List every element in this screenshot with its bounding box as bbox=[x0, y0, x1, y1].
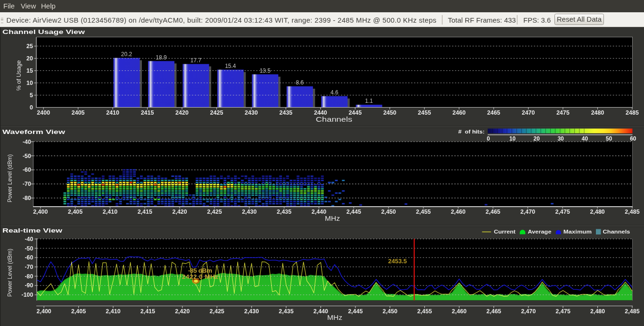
svg-text:-80: -80 bbox=[25, 273, 33, 280]
svg-text:2,440: 2,440 bbox=[312, 209, 326, 215]
svg-text:2,430: 2,430 bbox=[244, 308, 259, 315]
svg-text:15.4: 15.4 bbox=[225, 63, 236, 69]
svg-text:-80: -80 bbox=[23, 195, 31, 201]
svg-text:Waveform View: Waveform View bbox=[2, 128, 66, 135]
svg-text:2,460: 2,460 bbox=[451, 209, 465, 215]
svg-text:2,470: 2,470 bbox=[521, 308, 536, 315]
svg-text:2400: 2400 bbox=[37, 109, 50, 116]
svg-text:2415: 2415 bbox=[141, 109, 154, 116]
svg-text:2,445: 2,445 bbox=[348, 308, 363, 315]
svg-text:2,420: 2,420 bbox=[175, 308, 190, 315]
svg-text:-100: -100 bbox=[21, 292, 33, 298]
svg-text:2,480: 2,480 bbox=[590, 209, 605, 215]
svg-text:2,425: 2,425 bbox=[207, 209, 222, 215]
svg-text:4.6: 4.6 bbox=[330, 89, 339, 96]
svg-text:-90: -90 bbox=[25, 282, 33, 289]
svg-text:2,475: 2,475 bbox=[555, 209, 570, 215]
svg-text:50: 50 bbox=[606, 135, 612, 142]
svg-text:-70: -70 bbox=[23, 181, 31, 187]
svg-text:2,465: 2,465 bbox=[487, 308, 501, 315]
svg-text:40: 40 bbox=[582, 135, 588, 142]
svg-text:2460: 2460 bbox=[453, 109, 466, 116]
svg-text:20: 20 bbox=[533, 135, 540, 142]
svg-text:2,435: 2,435 bbox=[279, 308, 293, 315]
svg-text:8.6: 8.6 bbox=[296, 79, 304, 86]
svg-text:2475: 2475 bbox=[556, 109, 570, 116]
svg-text:2,405: 2,405 bbox=[68, 209, 83, 215]
svg-text:2,470: 2,470 bbox=[520, 209, 535, 215]
svg-text:0: 0 bbox=[30, 104, 33, 111]
svg-text:2,415: 2,415 bbox=[140, 308, 155, 315]
svg-text:Channel Usage View: Channel Usage View bbox=[2, 28, 85, 35]
svg-text:Real-time View: Real-time View bbox=[2, 227, 63, 234]
svg-text:1.1: 1.1 bbox=[365, 98, 373, 104]
svg-text:2435: 2435 bbox=[280, 109, 293, 116]
svg-text:-50: -50 bbox=[23, 153, 31, 159]
svg-text:2,455: 2,455 bbox=[417, 308, 432, 315]
svg-text:2,450: 2,450 bbox=[383, 308, 397, 315]
svg-text:2422.0 MHz: 2422.0 MHz bbox=[182, 273, 218, 280]
svg-text:Power Level (dBm): Power Level (dBm) bbox=[7, 154, 13, 202]
svg-text:2485: 2485 bbox=[626, 109, 639, 116]
svg-text:2,435: 2,435 bbox=[277, 209, 291, 215]
svg-text:2,445: 2,445 bbox=[347, 209, 361, 215]
svg-text:2470: 2470 bbox=[522, 109, 535, 116]
svg-text:2453.5: 2453.5 bbox=[388, 258, 407, 265]
svg-text:2,400: 2,400 bbox=[33, 209, 48, 215]
svg-text:2,475: 2,475 bbox=[556, 308, 570, 315]
svg-text:2450: 2450 bbox=[383, 109, 396, 116]
svg-text:60: 60 bbox=[630, 135, 636, 142]
svg-text:2455: 2455 bbox=[418, 109, 431, 116]
svg-text:25: 25 bbox=[26, 43, 33, 50]
svg-text:2,400: 2,400 bbox=[37, 308, 51, 315]
svg-text:2,450: 2,450 bbox=[381, 209, 396, 215]
svg-text:10: 10 bbox=[509, 135, 516, 142]
svg-text:2405: 2405 bbox=[72, 109, 85, 116]
svg-text:-70: -70 bbox=[25, 264, 33, 270]
svg-text:2,440: 2,440 bbox=[314, 308, 328, 315]
svg-text:2,410: 2,410 bbox=[103, 209, 117, 215]
svg-text:2440: 2440 bbox=[314, 109, 327, 116]
svg-text:2480: 2480 bbox=[591, 109, 604, 116]
svg-text:2425: 2425 bbox=[210, 109, 223, 116]
svg-text:-50: -50 bbox=[25, 245, 33, 252]
svg-text:2,460: 2,460 bbox=[452, 308, 466, 315]
svg-text:# of hits:: # of hits: bbox=[458, 129, 485, 134]
svg-text:2,410: 2,410 bbox=[106, 308, 120, 315]
svg-text:2430: 2430 bbox=[245, 109, 258, 116]
svg-text:MHz: MHz bbox=[325, 215, 340, 222]
svg-text:2,480: 2,480 bbox=[590, 308, 605, 315]
svg-text:2,430: 2,430 bbox=[242, 209, 256, 215]
svg-text:2420: 2420 bbox=[175, 109, 189, 116]
svg-text:2410: 2410 bbox=[106, 109, 119, 116]
svg-text:2,415: 2,415 bbox=[138, 209, 152, 215]
svg-text:Current: Current bbox=[494, 229, 516, 234]
svg-text:2,425: 2,425 bbox=[210, 308, 224, 315]
svg-text:-60: -60 bbox=[23, 167, 31, 173]
svg-text:-40: -40 bbox=[25, 236, 33, 242]
svg-text:30: 30 bbox=[558, 135, 564, 142]
svg-text:2465: 2465 bbox=[487, 109, 500, 116]
svg-text:0: 0 bbox=[487, 135, 490, 142]
svg-text:% of Usage: % of Usage bbox=[16, 60, 22, 91]
svg-text:2445: 2445 bbox=[348, 109, 362, 116]
svg-text:2,405: 2,405 bbox=[71, 308, 86, 315]
svg-text:Channels: Channels bbox=[603, 229, 630, 234]
svg-text:MHz: MHz bbox=[327, 314, 342, 321]
svg-text:Maximum: Maximum bbox=[563, 229, 592, 234]
svg-text:13.5: 13.5 bbox=[260, 67, 271, 74]
svg-text:Channels: Channels bbox=[316, 116, 353, 123]
svg-text:20.2: 20.2 bbox=[121, 51, 132, 58]
svg-text:20: 20 bbox=[26, 55, 33, 62]
svg-text:10: 10 bbox=[26, 80, 33, 86]
svg-text:5: 5 bbox=[30, 92, 33, 99]
svg-text:17.7: 17.7 bbox=[190, 57, 202, 64]
svg-text:2,465: 2,465 bbox=[486, 209, 500, 215]
svg-text:18.9: 18.9 bbox=[156, 54, 167, 61]
svg-text:-40: -40 bbox=[23, 139, 31, 145]
svg-text:-60: -60 bbox=[25, 254, 33, 261]
svg-text:2,485: 2,485 bbox=[625, 308, 639, 315]
svg-text:Power Level (dBm): Power Level (dBm) bbox=[7, 249, 13, 297]
svg-text:Average: Average bbox=[528, 229, 552, 234]
svg-text:2,485: 2,485 bbox=[625, 209, 639, 215]
